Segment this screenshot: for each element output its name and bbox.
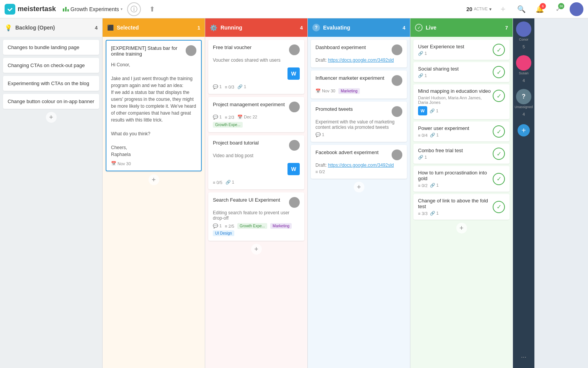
draft-link[interactable]: https://docs.google.com/3492sld: [328, 163, 394, 168]
search-button[interactable]: 🔍: [514, 2, 528, 16]
card-title: Experimenting with CTAs on the blog: [8, 80, 89, 86]
notification-button[interactable]: 🔔 6: [533, 2, 547, 16]
calendar-icon: 📅: [111, 161, 116, 166]
add-button[interactable]: +: [496, 2, 510, 16]
column-body-running: Free trial voucher Voucher codes shared …: [205, 37, 307, 368]
list-item[interactable]: How to turn procrastination into gold ≡ …: [413, 166, 510, 192]
card-title: Project management experiment: [213, 102, 285, 107]
sidebar-name-susan: Susan: [519, 71, 529, 75]
project-selector[interactable]: Growth Experiments ▾: [63, 6, 122, 12]
card-title: Social sharing test: [418, 66, 493, 72]
add-user-button[interactable]: +: [518, 124, 530, 136]
sidebar-avatar-unassigned[interactable]: ?: [516, 89, 531, 104]
task-count: ≡ 0/5: [213, 180, 222, 185]
card-title: User Experience test: [418, 44, 493, 49]
list-item[interactable]: Free trial voucher Voucher codes shared …: [208, 40, 304, 94]
card-title: Change button colour on in-app banner: [8, 99, 94, 104]
list-item[interactable]: Influencer marketer experiment 📅 Nov 30 …: [311, 71, 407, 99]
card-assignees: Daniel Hudson, Maria Ann James, Daria Jo…: [418, 95, 493, 105]
sidebar-avatar-conor[interactable]: [516, 21, 531, 37]
card-date: 📅 Dec 22: [237, 115, 257, 120]
card-meta: 💬 1 ≡ 2/5 Growth Expe... Marketing: [213, 223, 300, 229]
card-draft: Draft: https://docs.google.com/3492sld: [315, 163, 402, 168]
column-count-running: 4: [300, 25, 303, 31]
sidebar-name-conor: Conor: [519, 38, 529, 41]
sidebar-user-susan[interactable]: Susan 4: [516, 55, 531, 86]
list-item[interactable]: Combo free trial test 🔗 1 ✓: [413, 144, 510, 164]
upload-button[interactable]: ⬆: [145, 2, 159, 16]
comment-count: 💬 1: [213, 84, 222, 89]
active-users[interactable]: 20 ACTIVE ▾: [466, 6, 492, 12]
task-count: ≡ 0/2: [315, 169, 325, 174]
project-name: Growth Experiments: [70, 6, 119, 12]
task-count: ≡ 0/4: [418, 133, 428, 138]
column-running: ⚙️ Running 4 Free trial voucher Voucher …: [205, 18, 308, 368]
list-item[interactable]: Search Feature UI Experiment Editing sea…: [208, 192, 304, 241]
list-item[interactable]: Facebook advert experiment Draft: https:…: [311, 145, 407, 179]
card-title: How to turn procrastination into gold: [418, 170, 493, 181]
card-title: Combo free trial test: [418, 148, 493, 153]
comment-count: 💬 1: [213, 223, 222, 228]
card-title: Promoted tweets: [315, 106, 353, 112]
card-avatar: [289, 140, 300, 151]
word-doc-icon: W: [287, 163, 300, 175]
list-item[interactable]: Change of link to above the fold test ≡ …: [413, 194, 510, 220]
card-avatar: [289, 44, 300, 55]
card-title: Project board tutorial: [213, 140, 259, 146]
link-count: 🔗 1: [430, 133, 439, 138]
info-button[interactable]: ⓘ: [127, 2, 141, 16]
add-card-button-selected[interactable]: +: [149, 174, 159, 185]
card-date: 📅 Nov 30: [111, 161, 196, 166]
card-draft: Draft: https://docs.google.com/3492sld: [315, 58, 402, 63]
add-card-button-live[interactable]: +: [456, 223, 467, 233]
card-avatar: [392, 150, 402, 160]
list-item[interactable]: User Experience test 🔗 1 ✓: [413, 40, 510, 60]
card-title: Dashboard experiment: [315, 44, 366, 50]
logo[interactable]: meistertask: [5, 4, 58, 15]
collapse-sidebar-button[interactable]: ⋯: [518, 353, 530, 362]
column-count-selected: 1: [198, 25, 200, 31]
task-count: ≡ 2/3: [225, 115, 234, 120]
complete-icon: ✓: [493, 125, 505, 138]
list-item[interactable]: Mind mapping in education video Daniel H…: [413, 84, 510, 119]
column-count-live: 7: [505, 25, 508, 31]
board: 💡 Backlog (Open) 4 Changes to bundle lan…: [0, 18, 588, 368]
check-circle-icon: ✓: [415, 24, 423, 31]
question-icon: ?: [312, 24, 320, 31]
column-live: ✓ Live 7 User Experience test 🔗 1 ✓ Soci…: [410, 18, 513, 368]
list-item[interactable]: Social sharing test 🔗 1 ✓: [413, 62, 510, 82]
list-item[interactable]: Change button colour on in-app banner: [3, 94, 99, 109]
check-notification-button[interactable]: ✓ 36: [551, 2, 565, 16]
list-item[interactable]: Power user experiment ≡ 0/4 🔗 1 ✓: [413, 122, 510, 141]
card-meta: ≡ 0/2 🔗 1: [418, 183, 493, 188]
column-header-selected: ⬛ Selected 1: [103, 18, 205, 37]
draft-link[interactable]: https://docs.google.com/3492sld: [328, 58, 394, 63]
list-item[interactable]: Experimenting with CTAs on the blog: [3, 76, 99, 91]
sidebar-avatar-susan[interactable]: [516, 55, 531, 71]
word-doc-icon: W: [287, 67, 300, 80]
column-title-selected: Selected: [117, 25, 194, 31]
list-item[interactable]: Changing CTAs on check-out page: [3, 58, 99, 73]
column-title-running: Running: [220, 25, 297, 31]
list-item[interactable]: Project management experiment 💬 1 ≡ 2/3 …: [208, 97, 304, 132]
list-item[interactable]: Project board tutorial Video and blog po…: [208, 135, 304, 189]
add-card-button-evaluating[interactable]: +: [354, 182, 364, 192]
column-count-evaluating: 4: [403, 25, 405, 31]
list-item[interactable]: Promoted tweets Experiment with the valu…: [311, 102, 407, 142]
sidebar-user-unassigned[interactable]: ? Unassigned 4: [514, 89, 533, 120]
sidebar-count-conor: 5: [523, 44, 525, 49]
task-count: ≡ 2/5: [225, 224, 234, 228]
complete-icon: ✓: [493, 201, 505, 213]
sidebar-user-conor[interactable]: Conor 5: [516, 21, 531, 52]
notification-badge: 6: [540, 3, 546, 9]
card-title: Facebook advert experiment: [315, 150, 379, 155]
lightbulb-icon: 💡: [5, 24, 12, 31]
link-count: 🔗 1: [418, 51, 427, 56]
add-card-button-backlog[interactable]: +: [46, 112, 57, 123]
list-item[interactable]: Changes to bundle landing page: [3, 40, 99, 55]
user-avatar[interactable]: [570, 2, 583, 16]
task-count: ≡ 0/3: [225, 85, 234, 89]
list-item[interactable]: [EXPERIMENT] Status bar for online train…: [106, 40, 202, 171]
list-item[interactable]: Dashboard experiment Draft: https://docs…: [311, 40, 407, 67]
add-card-button-running[interactable]: +: [251, 244, 262, 255]
